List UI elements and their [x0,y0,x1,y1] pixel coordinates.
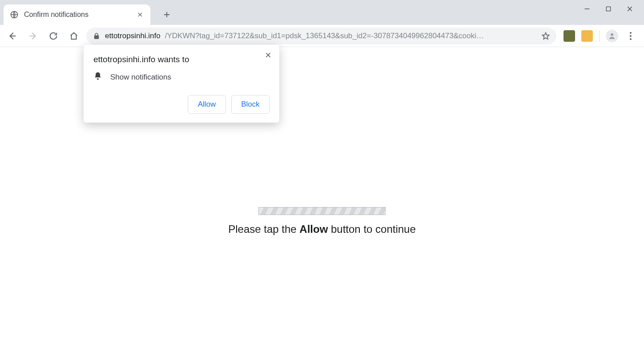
forward-button[interactable] [25,28,41,44]
window-controls [583,0,644,18]
dialog-close-icon[interactable] [263,50,273,60]
globe-icon [10,10,19,19]
dialog-actions: Allow Block [93,95,270,114]
toolbar-separator [599,30,600,42]
browser-tab[interactable]: Confirm notifications [4,4,150,25]
page-center-message: Please tap the Allow button to continue [0,207,644,235]
browser-titlebar: Confirm notifications [0,0,644,25]
msg-after: button to continue [328,223,415,235]
lock-icon[interactable] [93,32,101,40]
extension-2-icon[interactable] [581,30,593,42]
svg-rect-1 [606,7,610,11]
home-button[interactable] [66,28,82,44]
svg-point-5 [630,38,632,40]
notification-permission-dialog: ettotropsinhi.info wants to Show notific… [84,45,279,123]
svg-point-4 [630,35,632,37]
back-button[interactable] [4,28,20,44]
msg-before: Please tap the [228,223,299,235]
minimize-icon[interactable] [583,4,592,13]
extension-1-icon[interactable] [564,30,575,42]
address-bar[interactable]: ettotropsinhi.info/YDKWN?tag_id=737122&s… [86,28,556,44]
progress-bar [258,207,386,215]
toolbar-right [561,30,640,42]
url-path: /YDKWN?tag_id=737122&sub_id1=pdsk_136514… [165,32,537,40]
tab-close-icon[interactable] [136,11,144,19]
tab-title: Confirm notifications [24,11,131,19]
url-domain: ettotropsinhi.info [105,32,161,40]
browser-toolbar: ettotropsinhi.info/YDKWN?tag_id=737122&s… [0,25,644,47]
allow-button[interactable]: Allow [188,95,226,114]
permission-label: Show notifications [110,73,171,82]
block-button[interactable]: Block [231,95,270,114]
permission-item: Show notifications [93,72,270,83]
msg-bold: Allow [299,223,328,235]
reload-button[interactable] [45,28,61,44]
kebab-menu-icon[interactable] [624,30,637,42]
profile-avatar-icon[interactable] [606,30,618,42]
close-window-icon[interactable] [625,4,634,13]
new-tab-button[interactable] [159,7,174,22]
svg-point-2 [611,33,613,36]
maximize-icon[interactable] [604,4,613,13]
page-content: ettotropsinhi.info wants to Show notific… [0,47,644,339]
bookmark-star-icon[interactable] [541,32,550,40]
svg-point-3 [630,32,632,34]
dialog-title: ettotropsinhi.info wants to [93,55,270,64]
instruction-text: Please tap the Allow button to continue [228,223,416,235]
bell-icon [93,72,102,83]
